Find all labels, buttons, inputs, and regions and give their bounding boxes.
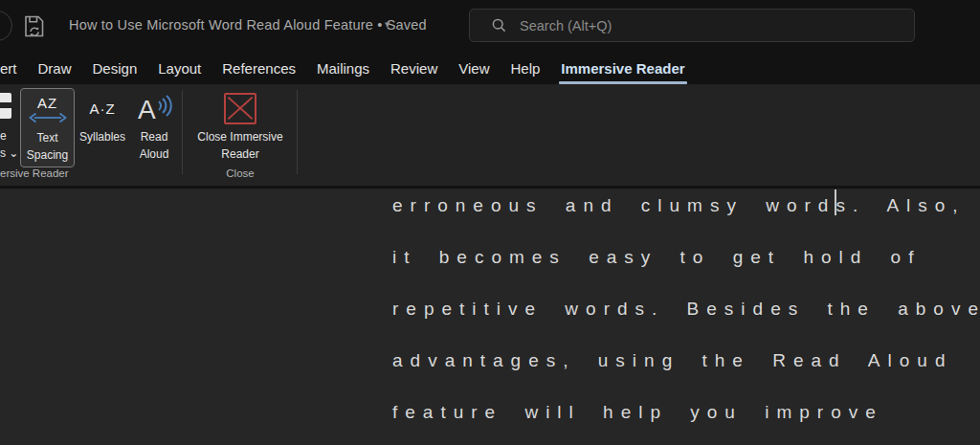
close-immersive-reader-icon [224,88,256,128]
close-immersive-reader-button[interactable]: Close Immersive Reader [188,88,293,167]
text-spacing-button[interactable]: AZ Text Spacing [20,88,75,167]
word-window: How to Use Microsoft Word Read Aloud Fea… [0,0,980,445]
group-separator [182,90,183,174]
text-cursor-caret [835,189,836,215]
search-input[interactable]: Search (Alt+Q) [469,9,915,42]
text-spacing-label: Text Spacing [27,129,68,164]
doc-line: advantages, using the Read Aloud [392,335,967,387]
tab-mailings[interactable]: Mailings [306,55,380,84]
line-focus-label-1: e [0,129,7,143]
document-canvas[interactable]: erroneous and clumsy words. Also, it bec… [0,189,980,445]
read-aloud-label: Read Aloud [140,128,169,163]
document-title[interactable]: How to Use Microsoft Word Read Aloud Fea… [69,17,427,33]
read-aloud-icon: A [135,88,173,128]
doc-line: it becomes easy to get hold of [392,232,967,283]
doc-line: repetitive words. Besides the above [392,283,967,335]
line-focus-icon [0,93,11,119]
tab-layout[interactable]: Layout [147,55,212,84]
document-text[interactable]: erroneous and clumsy words. Also, it bec… [392,180,967,438]
tab-review[interactable]: Review [380,55,448,84]
syllables-button[interactable]: A·Z Syllables [77,88,128,167]
doc-line: erroneous and clumsy words. Also, [392,180,967,232]
syllables-icon: A·Z [89,88,115,128]
tab-references[interactable]: References [212,55,306,84]
ribbon-tab-row: ert Draw Design Layout References Mailin… [0,54,980,84]
svg-text:A: A [138,95,156,124]
save-sync-icon[interactable] [23,13,46,39]
tab-immersive-reader[interactable]: Immersive Reader [550,55,695,84]
close-immersive-reader-label: Close Immersive Reader [197,128,282,163]
account-circle-icon[interactable] [0,11,12,41]
group-label-immersive-reader: ersive Reader [0,167,69,179]
title-bar: How to Use Microsoft Word Read Aloud Fea… [0,0,980,54]
syllables-label: Syllables [79,128,125,145]
doc-line: feature will help you improve [392,387,967,438]
read-aloud-button[interactable]: A Read Aloud [129,88,179,167]
tab-design[interactable]: Design [82,55,148,84]
group-label-close: Close [188,167,293,179]
line-focus-label-2: s ⌄ [0,146,18,160]
tab-draw[interactable]: Draw [28,55,82,84]
title-dropdown-chevron-icon[interactable]: ▾ [385,18,390,31]
tab-help[interactable]: Help [500,55,550,84]
group-separator [297,90,298,174]
search-placeholder: Search (Alt+Q) [520,18,612,33]
tab-view[interactable]: View [448,55,500,84]
text-spacing-icon: AZ [29,89,67,129]
tab-insert-partial[interactable]: ert [0,55,28,84]
search-icon [492,18,506,33]
ribbon: e s ⌄ AZ Text Spacing A·Z [0,84,980,189]
